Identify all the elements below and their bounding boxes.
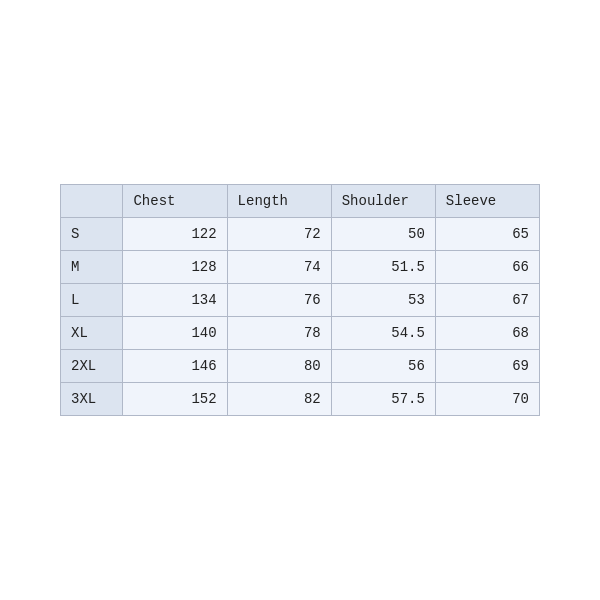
cell-chest: 122 xyxy=(123,218,227,251)
cell-size: XL xyxy=(61,317,123,350)
table-row: M1287451.566 xyxy=(61,251,540,284)
cell-size: M xyxy=(61,251,123,284)
table-row: L134765367 xyxy=(61,284,540,317)
table-row: XL1407854.568 xyxy=(61,317,540,350)
cell-length: 76 xyxy=(227,284,331,317)
cell-chest: 134 xyxy=(123,284,227,317)
cell-shoulder: 57.5 xyxy=(331,383,435,416)
table-row: S122725065 xyxy=(61,218,540,251)
cell-sleeve: 69 xyxy=(435,350,539,383)
table-row: 2XL146805669 xyxy=(61,350,540,383)
cell-length: 72 xyxy=(227,218,331,251)
table-row: 3XL1528257.570 xyxy=(61,383,540,416)
cell-length: 80 xyxy=(227,350,331,383)
cell-sleeve: 66 xyxy=(435,251,539,284)
cell-length: 78 xyxy=(227,317,331,350)
cell-chest: 140 xyxy=(123,317,227,350)
cell-chest: 128 xyxy=(123,251,227,284)
cell-length: 82 xyxy=(227,383,331,416)
cell-size: 3XL xyxy=(61,383,123,416)
header-size xyxy=(61,185,123,218)
cell-size: S xyxy=(61,218,123,251)
cell-shoulder: 50 xyxy=(331,218,435,251)
cell-chest: 152 xyxy=(123,383,227,416)
cell-sleeve: 70 xyxy=(435,383,539,416)
cell-shoulder: 54.5 xyxy=(331,317,435,350)
header-chest: Chest xyxy=(123,185,227,218)
cell-length: 74 xyxy=(227,251,331,284)
cell-size: 2XL xyxy=(61,350,123,383)
cell-shoulder: 56 xyxy=(331,350,435,383)
cell-size: L xyxy=(61,284,123,317)
header-shoulder: Shoulder xyxy=(331,185,435,218)
header-length: Length xyxy=(227,185,331,218)
header-sleeve: Sleeve xyxy=(435,185,539,218)
cell-sleeve: 67 xyxy=(435,284,539,317)
cell-shoulder: 51.5 xyxy=(331,251,435,284)
cell-sleeve: 65 xyxy=(435,218,539,251)
cell-chest: 146 xyxy=(123,350,227,383)
cell-sleeve: 68 xyxy=(435,317,539,350)
size-chart-container: Chest Length Shoulder Sleeve S122725065M… xyxy=(60,184,540,416)
cell-shoulder: 53 xyxy=(331,284,435,317)
table-header-row: Chest Length Shoulder Sleeve xyxy=(61,185,540,218)
size-chart-table: Chest Length Shoulder Sleeve S122725065M… xyxy=(60,184,540,416)
